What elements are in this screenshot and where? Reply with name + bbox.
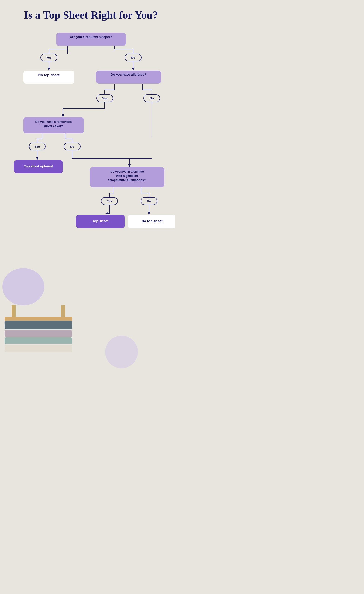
svg-text:Top sheet: Top sheet <box>92 219 108 223</box>
svg-rect-12 <box>23 71 74 84</box>
svg-text:Top sheet optional: Top sheet optional <box>24 164 53 168</box>
svg-text:No: No <box>150 97 154 100</box>
svg-text:No: No <box>70 145 74 148</box>
svg-marker-9 <box>48 68 50 71</box>
purple-blob-left <box>2 268 44 305</box>
svg-text:duvet cover?: duvet cover? <box>44 124 63 128</box>
svg-text:No: No <box>147 199 151 203</box>
svg-text:Yes: Yes <box>102 97 107 100</box>
svg-text:No top sheet: No top sheet <box>141 219 163 223</box>
svg-text:with significant: with significant <box>116 174 138 177</box>
sheets-stack <box>5 304 72 352</box>
svg-marker-30 <box>36 157 38 160</box>
flowchart: Are you a restless sleeper? Yes No No to… <box>7 33 175 277</box>
svg-marker-20 <box>62 114 64 117</box>
svg-marker-11 <box>132 68 134 71</box>
decorative-section <box>7 273 175 361</box>
purple-blob-right <box>105 336 138 368</box>
svg-text:Are you a restless sleeper?: Are you a restless sleeper? <box>70 35 112 39</box>
page-title: Is a Top Sheet Right for You? <box>7 9 175 21</box>
svg-text:Do you have allergies?: Do you have allergies? <box>111 73 146 76</box>
svg-text:temperature fluctuations?: temperature fluctuations? <box>108 178 146 182</box>
svg-text:Yes: Yes <box>107 199 112 203</box>
svg-marker-44 <box>106 212 108 215</box>
svg-text:Yes: Yes <box>35 145 40 148</box>
svg-marker-46 <box>148 212 150 215</box>
svg-text:No: No <box>131 56 135 59</box>
svg-text:Yes: Yes <box>46 56 52 59</box>
svg-text:No top sheet: No top sheet <box>38 73 60 77</box>
svg-text:Do you have a removable: Do you have a removable <box>35 120 72 123</box>
svg-text:Do you live in a climate: Do you live in a climate <box>110 170 144 173</box>
svg-marker-35 <box>128 164 131 167</box>
page: Is a Top Sheet Right for You? Are you a … <box>0 0 182 375</box>
